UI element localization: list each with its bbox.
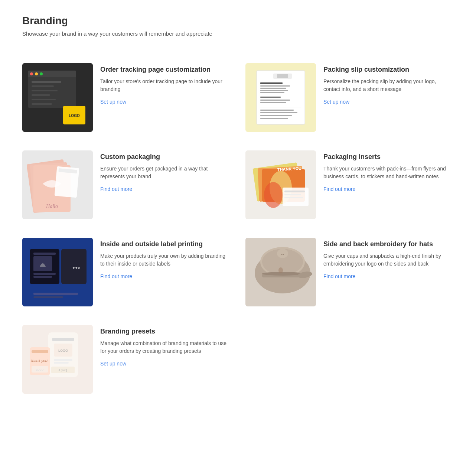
- card-desc-branding-presets: Manage what combination of branding mate…: [100, 339, 231, 355]
- svg-rect-19: [260, 85, 290, 87]
- card-image-packaging-inserts: THANK YOU: [245, 150, 316, 219]
- svg-rect-29: [260, 115, 292, 116]
- svg-text:LOGO: LOGO: [36, 368, 44, 371]
- svg-rect-82: [54, 362, 69, 364]
- card-content-packaging-inserts: Packaging insertsThank your customers wi…: [323, 150, 454, 192]
- card-image-order-tracking: LOGO: [22, 63, 93, 132]
- card-content-hat-embroidery: Side and back embroidery for hatsGive yo…: [323, 238, 454, 280]
- card-desc-custom-packaging: Ensure your orders get packaged in a way…: [100, 165, 231, 181]
- card-content-branding-presets: Branding presetsManage what combination …: [100, 325, 231, 367]
- svg-rect-18: [260, 82, 283, 84]
- card-desc-packaging-inserts: Thank your customers with pack-ins—from …: [323, 165, 454, 181]
- card-content-packing-slip: Packing slip customizationPersonalize th…: [323, 63, 454, 105]
- svg-rect-46: [284, 191, 305, 192]
- card-desc-label-printing: Make your products truly your own by add…: [100, 252, 231, 268]
- svg-text:A  [icon]: A [icon]: [59, 369, 67, 372]
- card-link-hat-embroidery[interactable]: Find out more: [323, 273, 355, 279]
- card-packing-slip: Packing slip customizationPersonalize th…: [245, 63, 454, 132]
- svg-rect-28: [260, 112, 297, 113]
- page-subtitle: Showcase your brand in a way your custom…: [22, 30, 454, 37]
- divider: [22, 48, 454, 48]
- cards-grid: LOGO Order tracking page customizationTa…: [22, 63, 454, 394]
- svg-rect-60: [33, 276, 52, 278]
- svg-rect-22: [260, 92, 284, 93]
- svg-rect-61: [33, 293, 78, 295]
- svg-rect-7: [32, 85, 54, 87]
- svg-rect-6: [32, 81, 61, 83]
- card-title-order-tracking: Order tracking page customization: [100, 65, 231, 74]
- svg-point-3: [30, 72, 33, 75]
- card-order-tracking: LOGO Order tracking page customizationTa…: [22, 63, 231, 132]
- card-packaging-inserts: THANK YOU Packaging insertsThank your cu…: [245, 150, 454, 219]
- svg-rect-10: [32, 99, 56, 100]
- svg-rect-23: [260, 97, 281, 98]
- card-image-branding-presets: LOGO A [icon] thank you! LOGO: [22, 325, 93, 394]
- svg-rect-47: [284, 194, 301, 195]
- svg-rect-20: [260, 88, 286, 89]
- card-title-label-printing: Inside and outside label printing: [100, 240, 231, 248]
- svg-point-68: [262, 272, 303, 276]
- svg-rect-81: [54, 359, 72, 361]
- card-custom-packaging: Hallo Custom packagingEnsure your orders…: [22, 150, 231, 219]
- card-image-label-printing: ★★★: [22, 238, 93, 306]
- card-label-printing: ★★★ Inside and outside label printingMak…: [22, 238, 231, 306]
- svg-rect-26: [260, 107, 301, 107]
- svg-text:★★★: ★★★: [72, 266, 80, 270]
- svg-text:Hallo: Hallo: [46, 204, 58, 209]
- svg-point-4: [35, 72, 38, 75]
- card-content-label-printing: Inside and outside label printingMake yo…: [100, 238, 231, 280]
- card-content-order-tracking: Order tracking page customizationTailor …: [100, 63, 231, 105]
- svg-text:●●: ●●: [281, 253, 284, 256]
- svg-rect-11: [32, 103, 52, 105]
- card-image-hat-embroidery: ●●: [245, 238, 316, 306]
- svg-rect-27: [260, 110, 294, 111]
- svg-point-44: [264, 182, 283, 208]
- page-title: Branding: [22, 15, 454, 27]
- svg-point-5: [40, 72, 43, 75]
- svg-rect-86: [32, 350, 48, 353]
- card-link-branding-presets[interactable]: Set up now: [100, 361, 126, 367]
- svg-rect-78: [52, 338, 74, 341]
- svg-rect-30: [260, 118, 288, 119]
- card-link-custom-packaging[interactable]: Find out more: [100, 186, 132, 192]
- card-title-hat-embroidery: Side and back embroidery for hats: [323, 240, 454, 248]
- svg-rect-24: [260, 100, 290, 101]
- card-content-custom-packaging: Custom packagingEnsure your orders get p…: [100, 150, 231, 192]
- svg-text:LOGO: LOGO: [58, 349, 68, 352]
- card-hat-embroidery: ●● Side and back embroidery for hatsGive…: [245, 238, 454, 306]
- svg-rect-8: [32, 90, 58, 91]
- svg-text:thank you!: thank you!: [31, 359, 48, 363]
- svg-point-74: [278, 267, 283, 273]
- card-title-custom-packaging: Custom packaging: [100, 153, 231, 161]
- card-desc-packing-slip: Personalize the packing slip by adding y…: [323, 78, 454, 93]
- card-image-custom-packaging: Hallo: [22, 150, 93, 219]
- card-desc-order-tracking: Tailor your store's order tracking page …: [100, 78, 231, 93]
- card-title-branding-presets: Branding presets: [100, 327, 231, 336]
- svg-rect-17: [277, 74, 288, 78]
- card-link-order-tracking[interactable]: Set up now: [100, 99, 126, 105]
- svg-rect-62: [33, 296, 63, 298]
- svg-rect-25: [260, 102, 286, 103]
- card-link-packaging-inserts[interactable]: Find out more: [323, 186, 355, 192]
- card-desc-hat-embroidery: Give your caps and snapbacks a high-end …: [323, 252, 454, 268]
- svg-rect-21: [260, 90, 288, 91]
- card-branding-presets: LOGO A [icon] thank you! LOGO Branding p…: [22, 325, 231, 394]
- svg-rect-55: [33, 253, 56, 255]
- card-link-packing-slip[interactable]: Set up now: [323, 99, 349, 105]
- svg-rect-59: [33, 273, 56, 275]
- card-title-packaging-inserts: Packaging inserts: [323, 153, 454, 161]
- svg-text:LOGO: LOGO: [69, 114, 80, 118]
- svg-rect-9: [32, 94, 50, 96]
- card-link-label-printing[interactable]: Find out more: [100, 273, 132, 279]
- card-image-packing-slip: [245, 63, 316, 132]
- svg-rect-48: [284, 197, 303, 198]
- card-title-packing-slip: Packing slip customization: [323, 65, 454, 74]
